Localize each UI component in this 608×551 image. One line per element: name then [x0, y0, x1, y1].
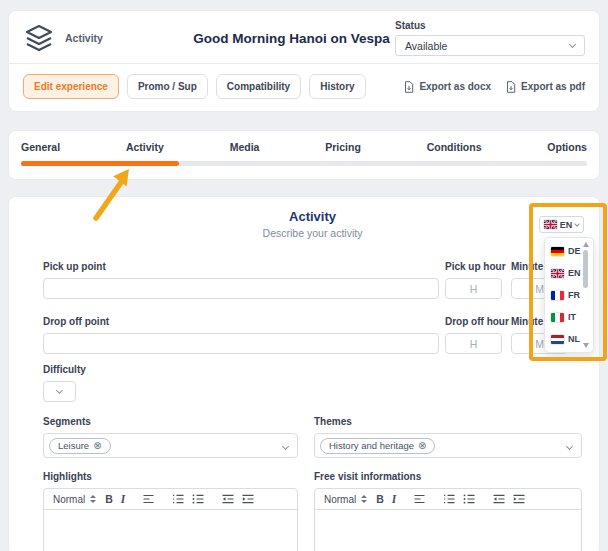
free-visit-field: Free visit informations Normal B I	[314, 471, 582, 551]
header-button-row: Edit experience Promo / Sup Compatibilit…	[9, 64, 599, 111]
export-pdf-label: Export as pdf	[521, 81, 585, 92]
indent-button[interactable]	[242, 494, 254, 504]
activity-form-card: Activity Describe your activity Pick up …	[8, 196, 600, 551]
segments-multiselect[interactable]: Leisure ⊗	[43, 433, 298, 458]
format-value: Normal	[53, 494, 85, 505]
dropoff-row: Drop off point Drop off hour Minute	[43, 316, 582, 354]
flag-en-icon	[544, 220, 557, 229]
flag-fr-icon	[551, 291, 564, 300]
step-activity[interactable]: Activity	[126, 141, 164, 153]
pickup-point-input[interactable]	[43, 278, 439, 299]
language-scrollbar[interactable]	[581, 241, 591, 349]
language-option-de[interactable]: DE	[551, 241, 581, 261]
language-option-label: NL	[568, 334, 580, 344]
format-select[interactable]: Normal	[53, 494, 96, 505]
free-visit-editor-area[interactable]	[314, 509, 582, 551]
align-left-icon	[143, 494, 154, 504]
tab-promo-sup[interactable]: Promo / Sup	[127, 74, 208, 99]
step-conditions[interactable]: Conditions	[427, 141, 482, 153]
align-left-button[interactable]	[143, 494, 154, 504]
ordered-list-button[interactable]	[172, 494, 184, 504]
flag-nl-icon	[551, 335, 564, 344]
bullet-list-icon	[192, 494, 204, 504]
indent-button[interactable]	[513, 494, 525, 504]
tab-compatibility[interactable]: Compatibility	[216, 74, 301, 99]
header-top-row: Activity Good Morning Hanoi on Vespa Sta…	[9, 11, 599, 63]
dropoff-point-input[interactable]	[43, 333, 439, 354]
status-select[interactable]: Available	[395, 35, 585, 56]
flag-de-icon	[551, 247, 564, 256]
themes-tag-label: History and heritage	[329, 440, 414, 451]
segments-field: Segments Leisure ⊗	[43, 416, 298, 458]
step-nav-labels: General Activity Media Pricing Condition…	[21, 141, 587, 153]
highlights-label: Highlights	[43, 471, 298, 482]
step-general[interactable]: General	[21, 141, 60, 153]
status-block: Status Available	[395, 20, 585, 56]
dropoff-point-field: Drop off point	[43, 316, 439, 354]
highlights-editor-area[interactable]	[43, 509, 298, 551]
step-options[interactable]: Options	[547, 141, 587, 153]
difficulty-row: Difficulty	[43, 364, 582, 402]
form-subtitle: Describe your activity	[43, 227, 582, 239]
language-option-label: IT	[568, 312, 576, 322]
bullet-list-button[interactable]	[463, 494, 475, 504]
export-docx-link[interactable]: Export as docx	[404, 81, 491, 93]
circle-x-icon[interactable]: ⊗	[93, 441, 101, 451]
scrollbar-thumb[interactable]	[583, 250, 588, 288]
outdent-button[interactable]	[493, 494, 505, 504]
page-title: Good Morning Hanoi on Vespa	[188, 31, 395, 46]
dropoff-hour-field: Drop off hour	[445, 316, 502, 354]
language-option-label: FR	[568, 290, 580, 300]
italic-button[interactable]: I	[121, 493, 125, 505]
pickup-hour-input[interactable]	[445, 278, 502, 299]
ordered-list-button[interactable]	[443, 494, 455, 504]
status-label: Status	[395, 20, 585, 31]
dropoff-hour-input[interactable]	[445, 333, 502, 354]
bullet-list-button[interactable]	[192, 494, 204, 504]
format-select[interactable]: Normal	[324, 494, 367, 505]
triangle-up-icon[interactable]	[583, 242, 589, 247]
chevron-down-icon	[569, 40, 576, 47]
language-option-nl[interactable]: NL	[551, 329, 581, 349]
circle-x-icon[interactable]: ⊗	[418, 441, 426, 451]
export-pdf-link[interactable]: Export as pdf	[506, 81, 585, 93]
themes-tag: History and heritage ⊗	[320, 438, 435, 454]
language-option-en[interactable]: EN	[551, 263, 581, 283]
step-pricing[interactable]: Pricing	[325, 141, 361, 153]
bullet-list-icon	[463, 494, 475, 504]
dropoff-point-label: Drop off point	[43, 316, 439, 327]
format-value: Normal	[324, 494, 356, 505]
file-export-icon	[404, 81, 414, 93]
themes-label: Themes	[314, 416, 582, 427]
themes-multiselect[interactable]: History and heritage ⊗	[314, 433, 582, 458]
step-media[interactable]: Media	[230, 141, 260, 153]
ordered-list-icon	[172, 494, 184, 504]
difficulty-select[interactable]	[43, 381, 76, 402]
tab-edit-experience[interactable]: Edit experience	[23, 74, 119, 99]
outdent-button[interactable]	[222, 494, 234, 504]
bold-button[interactable]: B	[376, 493, 384, 505]
language-option-it[interactable]: IT	[551, 307, 581, 327]
tags-row: Segments Leisure ⊗ Themes History and he…	[43, 416, 582, 458]
segments-tag-label: Leisure	[58, 440, 89, 451]
header-card: Activity Good Morning Hanoi on Vespa Sta…	[8, 10, 600, 112]
italic-button[interactable]: I	[392, 493, 396, 505]
free-visit-toolbar: Normal B I	[314, 488, 582, 510]
pickup-point-label: Pick up point	[43, 261, 439, 272]
outdent-icon	[493, 494, 505, 504]
align-left-button[interactable]	[414, 494, 425, 504]
app-label: Activity	[65, 32, 103, 44]
bold-button[interactable]: B	[105, 493, 113, 505]
highlights-field: Highlights Normal B I	[43, 471, 298, 551]
tab-history[interactable]: History	[309, 74, 365, 99]
highlights-toolbar: Normal B I	[43, 488, 298, 510]
format-updown-icon	[361, 495, 367, 503]
triangle-down-icon[interactable]	[583, 343, 589, 348]
indent-icon	[242, 494, 254, 504]
chevron-down-icon	[566, 443, 573, 450]
chevron-down-icon	[56, 387, 63, 394]
language-option-fr[interactable]: FR	[551, 285, 581, 305]
format-updown-icon	[90, 495, 96, 503]
editors-row: Highlights Normal B I	[43, 471, 582, 551]
language-select-button[interactable]: EN	[539, 216, 584, 233]
